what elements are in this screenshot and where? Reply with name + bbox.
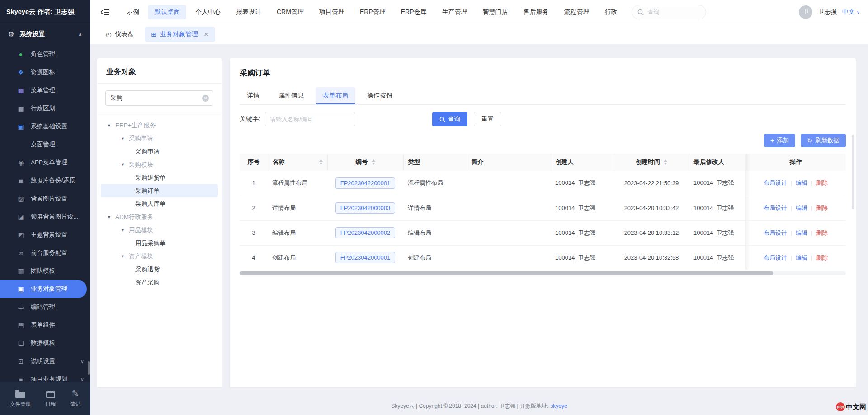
topnav-item[interactable]: 智慧门店 bbox=[476, 5, 514, 19]
tree-expand-icon[interactable]: ▼ bbox=[107, 215, 111, 219]
tree-search-input[interactable] bbox=[105, 90, 213, 106]
column-header-code[interactable]: 编号 bbox=[327, 154, 403, 171]
add-button[interactable]: + 添加 bbox=[764, 134, 795, 147]
action-edit[interactable]: 编辑 bbox=[796, 254, 807, 261]
tree-node[interactable]: 采购申请 bbox=[101, 145, 218, 158]
sidebar-item-business-object[interactable]: ▣业务对象管理 bbox=[0, 280, 87, 298]
sidebar-item-code-manage[interactable]: ▭编码管理 bbox=[0, 298, 90, 316]
sidebar-item-menu[interactable]: ▤菜单管理 bbox=[0, 81, 90, 99]
open-tab[interactable]: ⊞业务对象管理✕ bbox=[145, 27, 215, 42]
keyword-input[interactable] bbox=[265, 112, 355, 126]
sort-icon[interactable] bbox=[319, 159, 323, 165]
horizontal-scrollbar-thumb[interactable] bbox=[240, 271, 773, 275]
tree-node[interactable]: ▼采购申请 bbox=[101, 132, 218, 145]
action-layout-design[interactable]: 布局设计 bbox=[764, 205, 787, 211]
tree-node[interactable]: 采购订单 bbox=[101, 184, 218, 197]
tree-expand-icon[interactable]: ▼ bbox=[121, 254, 125, 259]
topnav-item[interactable]: 个人中心 bbox=[189, 5, 227, 19]
tree-node[interactable]: ▼资产模块 bbox=[101, 250, 218, 263]
sidebar-item-system-base[interactable]: ▣系统基础设置 bbox=[0, 117, 90, 135]
topnav-item[interactable]: ERP管理 bbox=[354, 5, 392, 19]
tree-node[interactable]: 用品采购单 bbox=[101, 237, 218, 250]
search-button[interactable]: 查询 bbox=[432, 112, 467, 126]
topnav-item[interactable]: 项目管理 bbox=[313, 5, 351, 19]
reset-button[interactable]: 重置 bbox=[474, 112, 501, 126]
vertical-scrollbar[interactable] bbox=[852, 135, 854, 209]
main-tab[interactable]: 详情 bbox=[240, 87, 267, 104]
action-edit[interactable]: 编辑 bbox=[796, 205, 807, 211]
topnav-item[interactable]: 行政 bbox=[598, 5, 623, 19]
tree-expand-icon[interactable]: ▼ bbox=[121, 136, 125, 141]
topnav-item[interactable]: 示例 bbox=[120, 5, 146, 19]
tree-node[interactable]: ▼ERP+生产服务 bbox=[101, 119, 218, 132]
sidebar-scrollbar[interactable] bbox=[88, 361, 90, 375]
main-tab[interactable]: 属性信息 bbox=[271, 87, 311, 104]
dock-item-schedule[interactable]: 日程 bbox=[45, 389, 56, 408]
skyeye-link[interactable]: skyeye bbox=[550, 403, 567, 409]
global-search-input[interactable] bbox=[647, 9, 697, 15]
sidebar-item-lock-background[interactable]: ◪锁屏背景图片设... bbox=[0, 208, 90, 226]
code-badge[interactable]: FP2023042000001 bbox=[335, 252, 396, 263]
tree-node[interactable]: 资产采购 bbox=[101, 276, 218, 289]
action-edit[interactable]: 编辑 bbox=[796, 179, 807, 186]
sidebar-item-theme-background[interactable]: ◩主题背景设置 bbox=[0, 226, 90, 244]
main-tab[interactable]: 表单布局 bbox=[316, 87, 355, 104]
refresh-button[interactable]: ↻ 刷新数据 bbox=[801, 134, 846, 147]
tree-expand-icon[interactable]: ▼ bbox=[107, 123, 111, 128]
sidebar-item-team-template[interactable]: ▥团队模板 bbox=[0, 262, 90, 280]
action-delete[interactable]: 删除 bbox=[816, 205, 828, 211]
sidebar-item-project-plan[interactable]: ≡项目业务规划∨ bbox=[0, 370, 90, 381]
action-delete[interactable]: 删除 bbox=[816, 229, 828, 236]
action-layout-design[interactable]: 布局设计 bbox=[764, 254, 787, 261]
action-edit[interactable]: 编辑 bbox=[796, 229, 807, 236]
horizontal-scrollbar[interactable] bbox=[240, 271, 846, 275]
tree-node[interactable]: 采购入库单 bbox=[101, 197, 218, 210]
collapse-sidebar-icon[interactable] bbox=[99, 5, 112, 19]
sidebar-item-background-image[interactable]: ▨背景图片设置 bbox=[0, 190, 90, 208]
sidebar-item-data-template[interactable]: ❑数据模板 bbox=[0, 334, 90, 352]
action-layout-design[interactable]: 布局设计 bbox=[764, 179, 787, 186]
code-badge[interactable]: FP2023042000003 bbox=[335, 202, 396, 214]
topnav-item[interactable]: ERP仓库 bbox=[395, 5, 433, 19]
sidebar-section-system-settings[interactable]: ⚙ 系统设置 ∧ bbox=[0, 24, 90, 44]
language-switcher[interactable]: 中文 ∨ bbox=[842, 8, 860, 16]
sidebar-item-resource[interactable]: ❖资源图标 bbox=[0, 63, 90, 81]
action-delete[interactable]: 删除 bbox=[816, 254, 828, 261]
dock-item-files[interactable]: 文件管理 bbox=[10, 389, 31, 408]
sidebar-item-form-component[interactable]: ▤表单组件 bbox=[0, 316, 90, 334]
topnav-item[interactable]: 流程管理 bbox=[557, 5, 595, 19]
clear-icon[interactable]: ✕ bbox=[202, 95, 209, 102]
close-icon[interactable]: ✕ bbox=[203, 31, 209, 38]
username[interactable]: 卫志强 bbox=[818, 8, 837, 16]
tree-node[interactable]: 采购退货 bbox=[101, 263, 218, 276]
topnav-item[interactable]: 售后服务 bbox=[517, 5, 555, 19]
global-search[interactable] bbox=[632, 5, 706, 19]
sidebar-item-instruction[interactable]: ⊡说明设置∨ bbox=[0, 352, 90, 370]
topnav-item[interactable]: 报表设计 bbox=[230, 5, 268, 19]
sort-icon[interactable] bbox=[664, 159, 667, 165]
open-tab[interactable]: ◷仪表盘 bbox=[99, 27, 140, 42]
tree-expand-icon[interactable]: ▼ bbox=[121, 163, 125, 167]
topnav-item[interactable]: 默认桌面 bbox=[148, 5, 186, 19]
dock-item-notes[interactable]: ✎ 笔记 bbox=[70, 389, 80, 408]
sidebar-item-region[interactable]: ▦行政区划 bbox=[0, 99, 90, 117]
code-badge[interactable]: FP2023042200001 bbox=[335, 177, 396, 189]
sort-icon[interactable] bbox=[372, 159, 375, 165]
sidebar-item-database[interactable]: ≣数据库备份/还原 bbox=[0, 172, 90, 190]
sidebar-item-frontend-service[interactable]: ∞前台服务配置 bbox=[0, 244, 90, 262]
topnav-item[interactable]: 生产管理 bbox=[435, 5, 473, 19]
topnav-item[interactable]: CRM管理 bbox=[270, 5, 310, 19]
tree-expand-icon[interactable]: ▼ bbox=[121, 228, 125, 233]
column-header-name[interactable]: 名称 bbox=[268, 154, 327, 171]
sidebar-item-role[interactable]: ●角色管理 bbox=[0, 45, 90, 63]
sidebar-item-desktop-manage[interactable]: 桌面管理 bbox=[0, 135, 90, 154]
tree-node[interactable]: 采购退货单 bbox=[101, 171, 218, 184]
column-header-created[interactable]: 创建时间 bbox=[614, 154, 689, 171]
main-tab[interactable]: 操作按钮 bbox=[360, 87, 400, 104]
tree-node[interactable]: ▼用品模块 bbox=[101, 224, 218, 237]
avatar[interactable]: 卫 bbox=[799, 5, 812, 19]
sidebar-item-app-menu[interactable]: ◉APP菜单管理 bbox=[0, 154, 90, 172]
code-badge[interactable]: FP2023042000002 bbox=[335, 227, 396, 238]
tree-node[interactable]: ▼ADM行政服务 bbox=[101, 210, 218, 224]
tree-node[interactable]: ▼采购模块 bbox=[101, 158, 218, 171]
